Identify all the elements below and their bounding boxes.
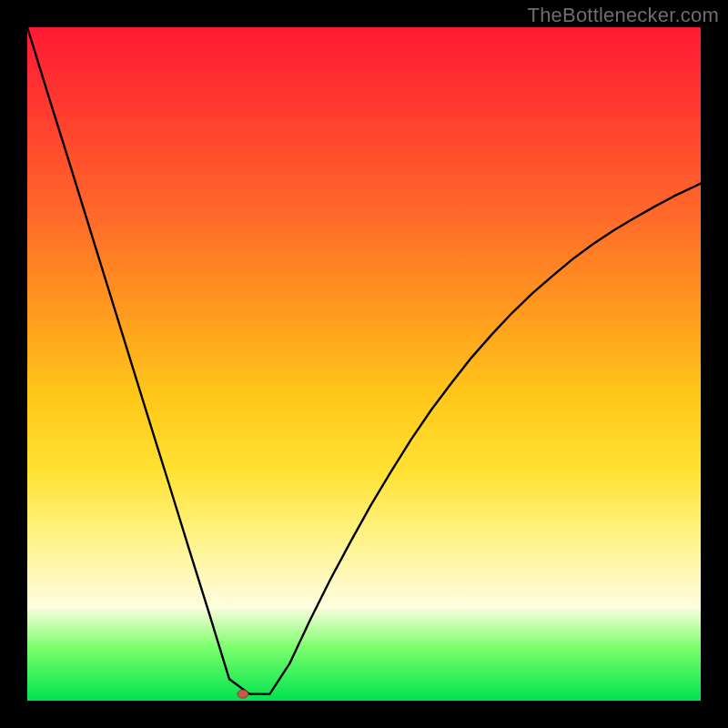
plot-area bbox=[27, 27, 701, 701]
bottleneck-curve-svg bbox=[27, 27, 701, 701]
min-point-marker bbox=[238, 690, 248, 698]
bottleneck-curve-path bbox=[27, 27, 701, 694]
chart-stage: TheBottlenecker.com bbox=[0, 0, 728, 728]
watermark-text: TheBottlenecker.com bbox=[528, 4, 719, 27]
